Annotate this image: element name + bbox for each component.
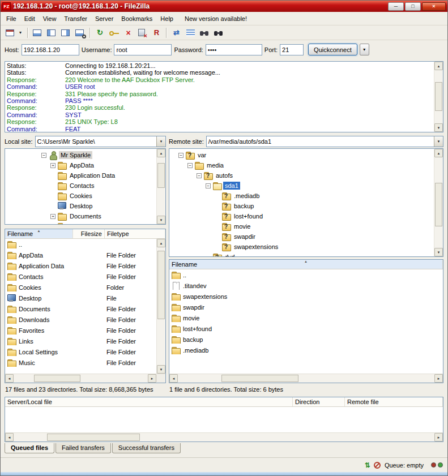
menu-item-view[interactable]: View: [39, 14, 61, 24]
password-input[interactable]: [206, 44, 262, 55]
menu-item-transfer[interactable]: Transfer: [60, 14, 91, 24]
local-tree-item-documents[interactable]: +Documents: [5, 211, 156, 221]
scroll-down-button[interactable]: ▼: [434, 123, 443, 132]
remote-tree-item-swapextensions[interactable]: ?swapextensions: [169, 242, 434, 252]
menu-item-help[interactable]: Help: [156, 14, 177, 24]
scroll-right-button[interactable]: ►: [434, 433, 443, 441]
refresh-icon[interactable]: ↻: [93, 27, 107, 39]
scrollbar-thumb[interactable]: [221, 375, 298, 382]
menu-new-version-notice[interactable]: New version available!: [181, 14, 251, 24]
remote-file-row-lost-found[interactable]: lost+found: [169, 323, 443, 334]
scroll-right-button[interactable]: ►: [148, 374, 156, 383]
menu-item-bookmarks[interactable]: Bookmarks: [117, 14, 156, 24]
remote-tree-item-autofs[interactable]: −?autofs: [169, 170, 434, 181]
remote-tree-item-media[interactable]: −media: [169, 160, 434, 170]
close-button[interactable]: ×: [422, 2, 446, 11]
remote-tree-item-sda1[interactable]: −sda1: [169, 181, 434, 191]
local-tree-item-application-data[interactable]: Application Data: [5, 170, 156, 181]
tab-queued-files[interactable]: Queued files: [5, 443, 54, 453]
cancel-icon[interactable]: ×: [121, 27, 135, 39]
scroll-down-button[interactable]: ▼: [157, 216, 165, 224]
scrollbar-track[interactable]: [14, 374, 148, 383]
minimize-button[interactable]: ─: [388, 2, 404, 11]
remote-site-combobox[interactable]: /var/media/autofs/sda1 ▼: [206, 136, 443, 147]
local-file-row-contacts[interactable]: ContactsFile Folder: [5, 271, 156, 282]
local-column-header-filename[interactable]: Filename▲: [5, 229, 73, 238]
scrollbar-thumb[interactable]: [34, 375, 81, 382]
remote-tree-item-lost-found[interactable]: ?lost+found: [169, 211, 434, 221]
remote-file-row-movie[interactable]: movie: [169, 312, 443, 323]
scrollbar-thumb[interactable]: [157, 251, 165, 319]
tree-expander-icon[interactable]: −: [178, 153, 184, 158]
find-files-icon[interactable]: [212, 27, 226, 39]
queue-column-header-server-local-file[interactable]: Server/Local file: [5, 397, 293, 406]
titlebar[interactable]: FZ 192.168.1.20 - root@192.168.1.20 - Fi…: [1, 1, 447, 12]
scrollbar-thumb[interactable]: [435, 183, 442, 226]
remote-tree-item-backup[interactable]: ?backup: [169, 201, 434, 211]
tree-expander-icon[interactable]: +: [50, 214, 56, 219]
local-tree-item-cookies[interactable]: Cookies: [5, 191, 156, 201]
port-input[interactable]: [280, 44, 304, 55]
menu-item-file[interactable]: File: [2, 14, 20, 24]
local-tree-item-downloads[interactable]: +Downloads: [5, 221, 156, 224]
scrollbar-thumb[interactable]: [157, 163, 165, 187]
local-tree-item-appdata[interactable]: +AppData: [5, 160, 156, 170]
chevron-down-icon[interactable]: ▼: [434, 136, 443, 147]
disconnect-icon[interactable]: [135, 27, 150, 39]
remote-file-row-item[interactable]: ..: [169, 269, 443, 280]
local-list-hscrollbar[interactable]: ◄►: [5, 374, 156, 383]
tree-expander-icon[interactable]: +: [50, 224, 56, 225]
remote-tree-item-mediadb[interactable]: ?.mediadb: [169, 191, 434, 201]
log-scrollbar[interactable]: ▲▼: [434, 62, 443, 132]
local-file-row-item[interactable]: ..: [5, 239, 156, 250]
remote-tree-item-dvd[interactable]: ?dvd: [169, 252, 434, 256]
scroll-down-button[interactable]: ▼: [157, 365, 165, 374]
remote-file-row-swapdir[interactable]: swapdir: [169, 302, 443, 312]
local-file-row-local-settings[interactable]: Local SettingsFile Folder: [5, 346, 156, 357]
local-file-row-appdata[interactable]: AppDataFile Folder: [5, 250, 156, 260]
remote-file-row-mediadb[interactable]: .mediadb: [169, 345, 443, 355]
local-column-header-filetype[interactable]: Filetype: [105, 229, 165, 238]
tab-failed-transfers[interactable]: Failed transfers: [56, 443, 111, 453]
remote-tree-item-movie[interactable]: ?movie: [169, 221, 434, 231]
scrollbar-track[interactable]: [14, 433, 434, 441]
reconnect-icon[interactable]: R: [150, 27, 164, 39]
tree-expander-icon[interactable]: +: [50, 163, 56, 168]
tree-expander-icon[interactable]: −: [206, 183, 211, 188]
host-input[interactable]: [22, 44, 79, 55]
quickconnect-button[interactable]: Quickconnect: [308, 44, 357, 55]
scroll-up-button[interactable]: ▲: [157, 239, 165, 247]
remote-file-row-swapextensions[interactable]: swapextensions: [169, 291, 443, 302]
local-file-row-favorites[interactable]: FavoritesFile Folder: [5, 325, 156, 336]
local-file-row-downloads[interactable]: DownloadsFile Folder: [5, 314, 156, 325]
scroll-up-button[interactable]: ▲: [434, 62, 443, 70]
scrollbar-track[interactable]: [434, 157, 443, 248]
remote-tree-scrollbar[interactable]: ▲▼: [434, 149, 443, 256]
local-site-combobox[interactable]: C:\Users\Mr Sparkle\ ▼: [35, 136, 166, 147]
scrollbar-thumb[interactable]: [435, 82, 442, 112]
local-tree-item-mr-sparkle[interactable]: −Mr Sparkle: [5, 150, 156, 160]
local-file-row-cookies[interactable]: CookiesFolder: [5, 282, 156, 293]
scroll-down-button[interactable]: ▼: [434, 248, 443, 256]
remote-tree-item-swapdir[interactable]: ?swapdir: [169, 231, 434, 242]
maximize-button[interactable]: □: [405, 2, 421, 11]
scrollbar-thumb[interactable]: [47, 434, 139, 441]
toggle-local-tree-icon[interactable]: [45, 27, 59, 39]
remote-column-header-filename[interactable]: Filename▲: [169, 260, 443, 269]
menu-item-server[interactable]: Server: [91, 14, 117, 24]
scroll-up-button[interactable]: ▲: [157, 149, 165, 157]
local-tree-item-contacts[interactable]: Contacts: [5, 181, 156, 191]
scroll-left-button[interactable]: ◄: [5, 433, 14, 441]
local-file-row-documents[interactable]: DocumentsFile Folder: [5, 303, 156, 314]
local-file-row-application-data[interactable]: Application DataFile Folder: [5, 260, 156, 271]
remote-list-hscrollbar[interactable]: ◄►: [169, 374, 443, 383]
local-tree-scrollbar[interactable]: ▲▼: [156, 149, 165, 224]
scroll-up-button[interactable]: ▲: [434, 149, 443, 157]
local-file-row-desktop[interactable]: DesktopFile: [5, 293, 156, 303]
queue-hscrollbar[interactable]: ◄►: [5, 433, 443, 441]
local-column-header-filesize[interactable]: Filesize: [73, 229, 105, 238]
local-tree-list-splitter[interactable]: [5, 225, 166, 229]
process-queue-icon[interactable]: [107, 27, 121, 39]
tab-successful-transfers[interactable]: Successful transfers: [112, 443, 181, 453]
local-file-row-music[interactable]: MusicFile Folder: [5, 357, 156, 368]
